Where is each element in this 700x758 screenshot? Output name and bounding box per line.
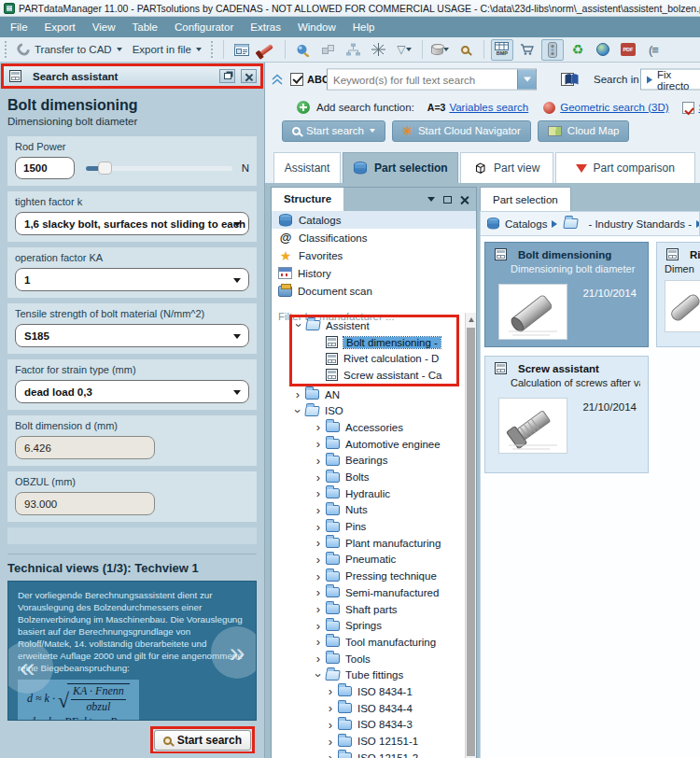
add-plus-icon[interactable] — [297, 101, 310, 114]
start-search-dropdown-button[interactable]: Start search — [282, 120, 385, 142]
project-window-button[interactable] — [231, 39, 253, 61]
search-assistant-header[interactable]: Search assistant — [1, 63, 263, 89]
slider-thumb[interactable] — [98, 161, 112, 175]
geometric-search-button[interactable] — [292, 39, 315, 61]
tensile-strength-select[interactable]: S185 — [15, 324, 249, 347]
geometric-search-link[interactable]: Geometric search (3D) — [560, 102, 668, 113]
bolt-part-button[interactable] — [256, 39, 278, 61]
pdf-export-button[interactable]: PDF — [617, 39, 639, 61]
tree-item[interactable]: › AN — [272, 386, 465, 403]
tree-item[interactable]: › Tube fittings — [272, 667, 465, 683]
export-in-file-button[interactable]: Export in file — [129, 42, 205, 57]
collapse-search-icon[interactable] — [271, 73, 285, 86]
expander-icon[interactable]: › — [313, 554, 324, 566]
expander-icon[interactable]: › — [325, 702, 336, 714]
dictionary-book-icon[interactable] — [564, 73, 580, 86]
tree-item[interactable]: Screw assistant - Ca — [292, 367, 456, 384]
expander-icon[interactable]: › — [313, 669, 325, 681]
tab-part-selection[interactable]: Part selection — [343, 152, 458, 183]
start-cloud-navigator-button[interactable]: ✳ Start Cloud Navigator — [392, 120, 531, 142]
menu-item[interactable]: Window — [289, 17, 344, 37]
tree-item[interactable]: › Automotive enginee — [272, 436, 465, 453]
tree-item[interactable]: › ISO 12151-2 — [272, 750, 465, 758]
shopping-cart-button[interactable] — [516, 39, 539, 61]
expander-icon[interactable]: › — [313, 620, 324, 632]
toolbar-grip[interactable] — [5, 41, 7, 58]
analysis-wand-button[interactable] — [368, 39, 390, 61]
tree-item[interactable]: › Pins — [272, 518, 465, 535]
tree-item[interactable]: Rivet calculation - D — [292, 350, 456, 367]
expander-icon[interactable]: › — [313, 471, 324, 484]
expander-icon[interactable]: › — [313, 504, 324, 516]
panel-menu-icon[interactable] — [427, 197, 435, 202]
variables-search-link[interactable]: Variables search — [449, 102, 528, 113]
expander-icon[interactable]: › — [313, 521, 324, 533]
rod-power-input[interactable] — [15, 157, 75, 179]
card-screw-assistant[interactable]: Screw assistant Calculation of screws af… — [484, 356, 649, 473]
expander-icon[interactable]: › — [313, 455, 324, 467]
sidebar-item-favorites[interactable]: ★ Favorites — [272, 246, 476, 264]
expander-icon[interactable]: › — [325, 685, 336, 697]
price-search-button[interactable] — [455, 39, 477, 61]
expander-icon[interactable]: › — [325, 719, 336, 731]
toolbar-grip[interactable] — [211, 41, 214, 58]
tree-item[interactable]: › Tool manufacturing — [272, 634, 465, 651]
cloud-map-button[interactable]: Cloud Map — [538, 120, 630, 142]
breadcrumb-item[interactable]: - Industry Standards - — [588, 218, 692, 230]
sidebar-item-classifications[interactable]: @ Classifications — [272, 229, 476, 246]
tree-item[interactable]: › ISO — [272, 402, 465, 419]
tree-item[interactable]: › Pneumatic — [272, 552, 465, 568]
expander-icon[interactable]: › — [325, 751, 336, 758]
raw-material-button[interactable] — [429, 39, 452, 61]
tree-item[interactable]: › ISO 8434-4 — [272, 700, 465, 717]
expander-icon[interactable]: › — [313, 570, 324, 583]
expander-icon[interactable]: › — [325, 736, 336, 748]
tab-part-view[interactable]: Part view — [460, 152, 553, 183]
tree-item[interactable]: › ISO 12151-1 — [272, 733, 465, 750]
menu-item[interactable]: Configurator — [166, 17, 242, 37]
float-panel-button[interactable] — [219, 69, 235, 83]
tree-item[interactable]: › Pressing technique — [272, 568, 465, 584]
maximize-icon[interactable] — [443, 196, 452, 204]
menu-item[interactable]: View — [84, 17, 124, 37]
menu-item[interactable]: Help — [344, 17, 384, 37]
tree-item[interactable]: › Plant manufacturing — [272, 535, 465, 552]
expander-icon[interactable]: › — [313, 586, 324, 598]
tree-item[interactable]: › Springs — [272, 617, 465, 634]
menu-item[interactable]: Table — [124, 17, 167, 37]
expander-icon[interactable]: › — [293, 320, 305, 331]
triangle-tool-button[interactable]: ▽ — [393, 39, 415, 61]
close-panel-button[interactable] — [241, 69, 257, 83]
expander-icon[interactable]: › — [313, 487, 324, 499]
menu-item[interactable]: Export — [36, 17, 84, 37]
expander-icon[interactable]: › — [292, 388, 303, 400]
assembly-button[interactable] — [317, 39, 340, 61]
tree-item[interactable]: › Assistent — [292, 317, 456, 334]
scrollbar-thumb[interactable] — [467, 328, 475, 756]
operation-factor-select[interactable]: 1 — [15, 268, 249, 291]
update-button[interactable]: ♻ — [567, 39, 589, 61]
tab-part-comparison[interactable]: Part comparison — [555, 152, 695, 183]
part-state-button[interactable] — [541, 39, 564, 61]
tree-item[interactable]: Bolt dimensioning - — [292, 334, 456, 351]
tree-item[interactable]: › Accessories — [272, 419, 465, 436]
tree-scrollbar[interactable] — [465, 313, 476, 758]
menu-item[interactable]: Extras — [242, 17, 289, 37]
tree-item[interactable]: › Hydraulic — [272, 485, 465, 502]
bmp-export-button[interactable]: BMP — [491, 39, 513, 61]
techview-next-button[interactable]: » — [211, 626, 257, 679]
tree-item[interactable]: › Semi-manufactured — [272, 584, 465, 601]
fix-directories-button[interactable]: Fix directo — [640, 69, 700, 91]
tree-item[interactable]: › ISO 8434-1 — [272, 683, 465, 700]
overflow-menu-button[interactable]: (≡ — [642, 39, 665, 61]
card-bolt-dimensioning[interactable]: Bolt dimensioning Dimensioning bolt diam… — [484, 242, 649, 347]
web-sync-button[interactable] — [592, 39, 614, 61]
tab-assistant[interactable]: Assistant — [273, 152, 341, 183]
tree-item[interactable]: › Bearings — [272, 453, 465, 470]
transfer-to-cad-button[interactable]: Transfer to CAD — [13, 42, 126, 57]
close-icon[interactable] — [460, 195, 469, 204]
sidebar-item-catalogs[interactable]: Catalogs — [272, 211, 476, 229]
tree-item[interactable]: › Nuts — [272, 502, 465, 519]
expander-icon[interactable]: › — [313, 421, 324, 433]
sidebar-item-history[interactable]: History — [272, 264, 476, 282]
